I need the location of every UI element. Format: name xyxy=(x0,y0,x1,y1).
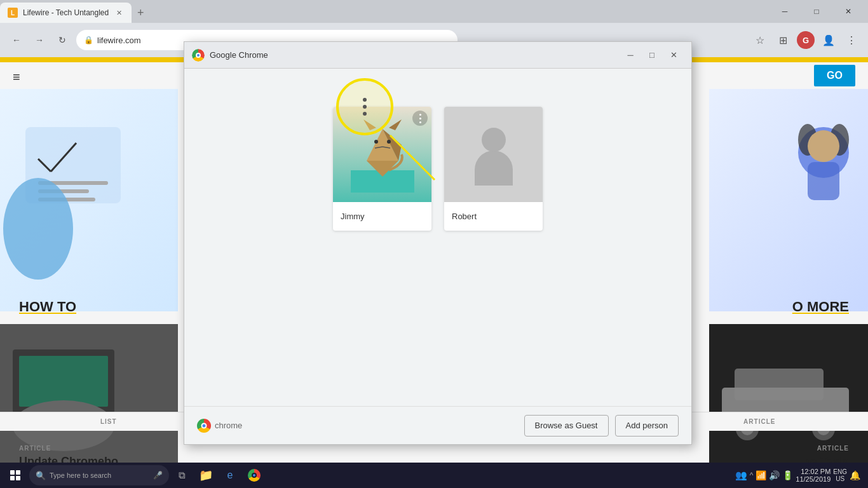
dialog-footer: chrome Browse as Guest Add person xyxy=(184,406,691,444)
language-indicator: ENG US xyxy=(833,468,847,482)
new-tab-button[interactable]: + xyxy=(132,4,149,22)
dot-2 xyxy=(419,118,421,119)
dialog-close-button[interactable]: ✕ xyxy=(663,46,684,64)
edge-button[interactable]: e xyxy=(219,463,241,488)
time-display: 12:02 PM xyxy=(801,468,831,475)
footer-chrome-logo-inner xyxy=(201,423,207,428)
extensions-button[interactable]: ⊞ xyxy=(774,31,792,49)
robert-name: Robert xyxy=(444,202,543,231)
tray-arrow-icon[interactable]: ^ xyxy=(750,471,754,480)
start-button[interactable] xyxy=(3,463,28,488)
browser-maximize-button[interactable]: □ xyxy=(802,0,831,23)
taskbar-search[interactable]: 🔍 Type here to search 🎤 xyxy=(29,465,169,485)
profile-button[interactable]: G xyxy=(797,31,815,49)
go-button[interactable]: GO xyxy=(814,65,855,86)
svg-marker-28 xyxy=(389,119,402,130)
add-person-button[interactable]: Add person xyxy=(615,415,679,437)
svg-point-30 xyxy=(387,140,391,144)
chrome-footer-logo: chrome xyxy=(197,419,242,433)
dialog-title: Google Chrome xyxy=(210,50,268,60)
taskbar: 🔍 Type here to search 🎤 ⧉ 📁 e 👥 ^ 📶 🔊 🔋 … xyxy=(0,463,868,488)
bookmark-button[interactable]: ☆ xyxy=(751,31,769,49)
person-silhouette-icon xyxy=(471,123,516,186)
taskbar-search-placeholder: Type here to search xyxy=(50,471,111,479)
profile-card-jimmy[interactable]: Jimmy xyxy=(333,107,431,231)
chrome-button[interactable] xyxy=(243,463,266,488)
battery-icon[interactable]: 🔋 xyxy=(782,470,793,480)
left-illustration xyxy=(0,89,178,311)
windows-logo-bl xyxy=(10,476,15,480)
right-illustration-svg xyxy=(709,89,868,311)
article-label-left: ARTICLE xyxy=(19,445,51,452)
country-text: US xyxy=(836,475,844,482)
article-label-right: ARTICLE xyxy=(817,445,849,452)
dialog-titlebar: Google Chrome ─ □ ✕ xyxy=(184,42,691,69)
dialog-maximize-button[interactable]: □ xyxy=(642,46,662,64)
svg-rect-11 xyxy=(808,162,839,200)
people-icon[interactable]: 👥 xyxy=(735,470,747,481)
taskbar-system-tray: 👥 ^ 📶 🔊 🔋 12:02 PM 11/25/2019 ENG US 🔔 xyxy=(735,468,865,483)
browse-as-guest-button[interactable]: Browse as Guest xyxy=(524,415,609,437)
menu-icon[interactable]: ≡ xyxy=(13,70,20,85)
dialog-chrome-logo xyxy=(192,49,205,62)
svg-point-29 xyxy=(374,140,378,144)
account-button[interactable]: 👤 xyxy=(820,31,837,49)
svg-rect-18 xyxy=(735,369,824,400)
footer-chrome-text: chrome xyxy=(215,421,242,430)
task-view-button[interactable]: ⧉ xyxy=(170,463,193,488)
browser-minimize-button[interactable]: ─ xyxy=(770,0,799,23)
dialog-minimize-button[interactable]: ─ xyxy=(620,46,641,64)
windows-logo-br xyxy=(16,476,20,480)
tab-close-button[interactable]: ✕ xyxy=(114,8,124,18)
browser-close-button[interactable]: ✕ xyxy=(834,0,863,23)
date-display: 11/25/2019 xyxy=(796,475,831,483)
task-view-icon: ⧉ xyxy=(179,470,186,481)
svg-point-6 xyxy=(3,178,73,280)
windows-logo-tr xyxy=(16,470,20,475)
jimmy-menu-dots[interactable] xyxy=(412,111,428,126)
menu-button[interactable]: ⋮ xyxy=(843,31,860,49)
person-body xyxy=(475,151,513,186)
article-title-right: he Tesla uck Debut xyxy=(794,454,849,463)
file-explorer-button[interactable]: 📁 xyxy=(194,463,217,488)
person-head xyxy=(482,128,506,152)
right-article-image xyxy=(709,324,868,463)
how-to-label: HOW TO xyxy=(19,299,76,315)
notification-icon[interactable]: 🔔 xyxy=(850,470,860,480)
chrome-taskbar-icon xyxy=(248,469,261,482)
refresh-button[interactable]: ↻ xyxy=(53,31,71,49)
back-button[interactable]: ← xyxy=(8,31,25,49)
profile-cards-area: Jimmy xyxy=(333,107,543,231)
tab-bar: L Lifewire - Tech Untangled ✕ + ─ □ ✕ xyxy=(0,0,868,23)
three-dots-icon xyxy=(419,114,421,123)
left-illustration-svg xyxy=(0,89,178,311)
dialog-content: Jimmy xyxy=(184,69,691,406)
dialog-window-controls: ─ □ ✕ xyxy=(620,46,684,64)
profile-card-robert[interactable]: Robert xyxy=(444,107,543,231)
left-article-image xyxy=(0,324,178,463)
tab-lifewire[interactable]: L Lifewire - Tech Untangled ✕ xyxy=(0,3,132,23)
windows-logo-icon xyxy=(10,470,20,480)
right-illustration xyxy=(709,89,868,311)
footer-chrome-logo-circle xyxy=(197,419,211,433)
file-explorer-icon: 📁 xyxy=(199,468,213,482)
forward-button[interactable]: → xyxy=(31,31,48,49)
jimmy-name: Jimmy xyxy=(333,202,431,231)
volume-icon[interactable]: 🔊 xyxy=(769,470,780,480)
chrome-logo-circle xyxy=(192,49,205,62)
svg-rect-14 xyxy=(19,356,108,407)
mic-icon[interactable]: 🎤 xyxy=(153,471,163,480)
article-title-left: Update Chromebo To The Latest OS xyxy=(19,454,118,463)
clock[interactable]: 12:02 PM 11/25/2019 xyxy=(796,468,831,483)
svg-point-10 xyxy=(808,130,839,162)
edge-icon: e xyxy=(227,470,233,481)
search-icon: 🔍 xyxy=(36,471,46,480)
dot-3 xyxy=(419,121,421,123)
more-label: O MORE xyxy=(792,299,849,315)
network-icon[interactable]: 📶 xyxy=(756,470,766,480)
browser-window-controls: ─ □ ✕ xyxy=(765,0,868,23)
dot-1 xyxy=(419,114,421,116)
tab-favicon: L xyxy=(8,8,18,18)
dialog-footer-buttons: Browse as Guest Add person xyxy=(524,415,679,437)
tesla-image xyxy=(709,324,868,463)
